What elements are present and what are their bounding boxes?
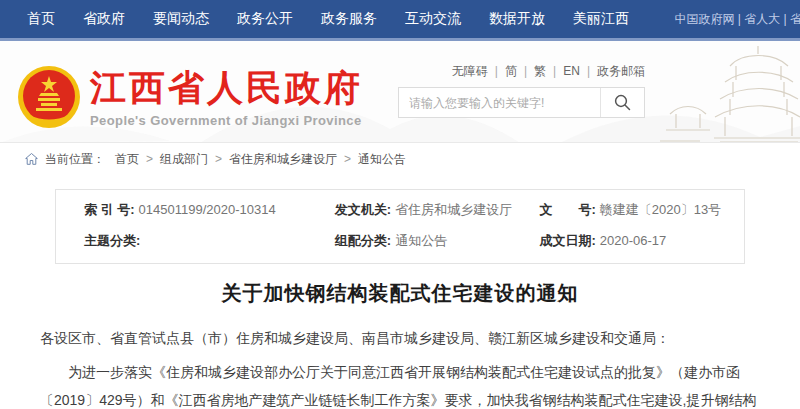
site-header: 江西省人民政府 People's Government of Jiangxi P… <box>0 41 800 143</box>
breadcrumb-home[interactable]: 首页 <box>115 151 160 168</box>
nav-item-news[interactable]: 要闻动态 <box>153 10 209 28</box>
gov-mailbox-link[interactable]: 政务邮箱 <box>597 64 645 78</box>
breadcrumb-departments[interactable]: 组成部门 <box>160 151 229 168</box>
breadcrumb: 当前位置： 首页 组成部门 省住房和城乡建设厅 通知公告 <box>0 143 800 175</box>
meta-issuing-agency: 发文机关:省住房和城乡建设厅 <box>335 201 540 219</box>
nav-item-services[interactable]: 政务服务 <box>321 10 377 28</box>
site-title: 江西省人民政府 <box>90 68 363 108</box>
nav-external-links[interactable]: 中国政府网 | 省人大 | 省政 <box>674 0 800 38</box>
meta-document-number: 文 号:赣建建〔2020〕13号 <box>539 201 744 219</box>
traditional-chinese-link[interactable]: 繁 <box>534 64 563 78</box>
search-button[interactable] <box>600 88 644 117</box>
nav-item-home[interactable]: 首页 <box>27 10 55 28</box>
meta-group-category: 组配分类:通知公告 <box>335 232 540 250</box>
simplified-chinese-link[interactable]: 简 <box>505 64 534 78</box>
article-body: 各设区市、省直管试点县（市）住房和城乡建设局、南昌市城乡建设局、赣江新区城乡建设… <box>40 324 760 409</box>
breadcrumb-housing-dept[interactable]: 省住房和城乡建设厅 <box>229 151 358 168</box>
breadcrumb-label: 当前位置： <box>45 151 105 168</box>
nav-item-government[interactable]: 省政府 <box>83 10 125 28</box>
pavilion-illustration <box>630 44 800 143</box>
meta-subject-category: 主题分类: <box>84 232 335 250</box>
site-logo-link[interactable]: 江西省人民政府 People's Government of Jiangxi P… <box>17 65 363 129</box>
meta-issue-date: 成文日期:2020-06-17 <box>539 232 744 250</box>
document-meta-box: 索 引 号:014501199/2020-10314 发文机关:省住房和城乡建设… <box>55 189 745 264</box>
nav-item-open-data[interactable]: 数据开放 <box>489 10 545 28</box>
accessibility-link[interactable]: 无障碍 <box>452 64 505 78</box>
meta-index-number: 索 引 号:014501199/2020-10314 <box>84 201 335 219</box>
utility-links: 无障碍简繁EN政务邮箱 <box>398 63 645 80</box>
nav-item-interaction[interactable]: 互动交流 <box>405 10 461 28</box>
search-icon <box>614 94 631 111</box>
article-title: 关于加快钢结构装配式住宅建设的通知 <box>0 280 800 307</box>
nav-item-beautiful-jiangxi[interactable]: 美丽江西 <box>573 10 629 28</box>
nav-item-disclosure[interactable]: 政务公开 <box>237 10 293 28</box>
article-paragraph: 各设区市、省直管试点县（市）住房和城乡建设局、南昌市城乡建设局、赣江新区城乡建设… <box>40 324 760 352</box>
site-subtitle: People's Government of Jiangxi Province <box>90 113 363 128</box>
english-link[interactable]: EN <box>563 64 597 78</box>
top-navbar: 首页 省政府 要闻动态 政务公开 政务服务 互动交流 数据开放 美丽江西 中国政… <box>0 0 800 38</box>
national-emblem-icon <box>17 65 81 129</box>
breadcrumb-notices[interactable]: 通知公告 <box>358 151 406 168</box>
search-bar <box>398 87 645 118</box>
search-input[interactable] <box>399 88 600 117</box>
article-paragraph: 为进一步落实《住房和城乡建设部办公厅关于同意江西省开展钢结构装配式住宅建设试点的… <box>40 358 760 409</box>
home-icon <box>25 153 38 165</box>
